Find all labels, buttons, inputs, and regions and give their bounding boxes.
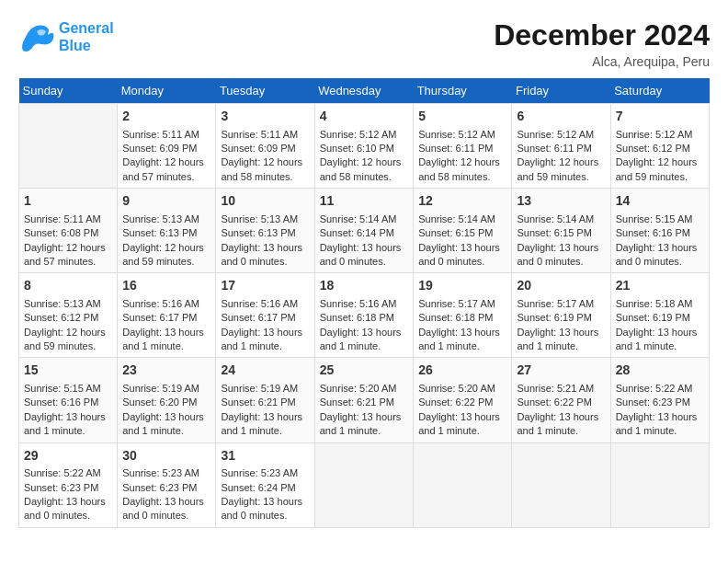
calendar-day-7: 7Sunrise: 5:12 AMSunset: 6:12 PMDaylight…: [610, 104, 709, 189]
day-number: 13: [517, 192, 605, 211]
day-info-line: Sunset: 6:12 PM: [616, 142, 704, 155]
logo-blue: Blue: [59, 37, 114, 54]
day-info-line: Sunset: 6:16 PM: [616, 226, 704, 240]
day-info-line: Sunrise: 5:14 AM: [517, 213, 605, 226]
calendar-day-19: 19Sunrise: 5:17 AMSunset: 6:18 PMDayligh…: [414, 273, 512, 358]
day-info-line: and 0 minutes.: [122, 509, 210, 523]
day-info-line: Daylight: 13 hours: [418, 326, 506, 339]
day-info-line: Sunrise: 5:19 AM: [221, 382, 309, 396]
day-info-line: and 0 minutes.: [221, 255, 309, 269]
calendar-table: SundayMondayTuesdayWednesdayThursdayFrid…: [18, 78, 710, 528]
day-number: 16: [122, 277, 210, 295]
day-info-line: and 58 minutes.: [221, 170, 309, 184]
day-info-line: and 1 minute.: [616, 424, 704, 438]
day-number: 12: [418, 192, 506, 211]
day-number: 27: [517, 362, 605, 380]
day-info-line: Daylight: 12 hours: [122, 155, 210, 169]
day-info-line: Sunset: 6:18 PM: [320, 311, 409, 325]
calendar-day-empty: [19, 104, 118, 189]
day-info-line: Sunrise: 5:14 AM: [418, 213, 506, 226]
calendar-day-14: 14Sunrise: 5:15 AMSunset: 6:16 PMDayligh…: [610, 189, 709, 273]
day-info-line: Sunrise: 5:14 AM: [320, 213, 409, 226]
logo: General Blue: [18, 18, 114, 55]
day-info-line: Sunrise: 5:12 AM: [320, 128, 409, 142]
day-number: 29: [24, 447, 112, 465]
day-info-line: and 0 minutes.: [221, 509, 309, 523]
day-info-line: Sunrise: 5:16 AM: [221, 297, 309, 311]
day-info-line: Sunrise: 5:12 AM: [418, 128, 506, 142]
day-info-line: Sunrise: 5:23 AM: [221, 466, 309, 480]
day-info-line: Sunset: 6:13 PM: [221, 226, 309, 240]
day-number: 1: [24, 192, 112, 211]
day-info-line: Daylight: 12 hours: [24, 326, 112, 339]
calendar-day-4: 4Sunrise: 5:12 AMSunset: 6:10 PMDaylight…: [314, 104, 414, 189]
day-info-line: and 0 minutes.: [24, 509, 112, 523]
calendar-day-12: 12Sunrise: 5:14 AMSunset: 6:15 PMDayligh…: [414, 189, 512, 273]
day-info-line: Sunrise: 5:21 AM: [517, 382, 605, 396]
day-info-line: and 1 minute.: [418, 339, 506, 353]
day-number: 23: [122, 362, 210, 380]
day-info-line: Sunrise: 5:11 AM: [24, 213, 112, 226]
calendar-day-17: 17Sunrise: 5:16 AMSunset: 6:17 PMDayligh…: [216, 273, 314, 358]
day-number: 11: [320, 192, 409, 211]
calendar-day-24: 24Sunrise: 5:19 AMSunset: 6:21 PMDayligh…: [216, 358, 314, 442]
day-info-line: and 1 minute.: [320, 339, 409, 353]
calendar-week-5: 29Sunrise: 5:22 AMSunset: 6:23 PMDayligh…: [19, 442, 710, 527]
header-thursday: Thursday: [414, 78, 512, 104]
day-info-line: Sunrise: 5:22 AM: [616, 382, 704, 396]
day-info-line: Daylight: 13 hours: [418, 241, 506, 255]
day-info-line: Daylight: 13 hours: [122, 495, 210, 509]
day-info-line: Sunset: 6:14 PM: [320, 226, 409, 240]
calendar-day-9: 9Sunrise: 5:13 AMSunset: 6:13 PMDaylight…: [118, 189, 216, 273]
day-number: 24: [221, 362, 309, 380]
calendar-day-3: 3Sunrise: 5:11 AMSunset: 6:09 PMDaylight…: [216, 104, 314, 189]
calendar-day-1: 1Sunrise: 5:11 AMSunset: 6:08 PMDaylight…: [19, 189, 118, 273]
calendar-day-11: 11Sunrise: 5:14 AMSunset: 6:14 PMDayligh…: [314, 189, 414, 273]
day-info-line: and 59 minutes.: [24, 339, 112, 353]
day-info-line: Sunset: 6:21 PM: [221, 396, 309, 409]
calendar-day-empty: [512, 442, 610, 527]
day-info-line: Sunrise: 5:22 AM: [24, 466, 112, 480]
day-info-line: Sunset: 6:23 PM: [616, 396, 704, 409]
title-section: December 2024 Alca, Arequipa, Peru: [494, 18, 710, 69]
day-info-line: Sunrise: 5:11 AM: [122, 128, 210, 142]
day-info-line: and 1 minute.: [24, 424, 112, 438]
day-info-line: Sunrise: 5:15 AM: [24, 382, 112, 396]
day-info-line: Sunset: 6:16 PM: [24, 396, 112, 409]
day-number: 14: [616, 192, 704, 211]
day-info-line: and 57 minutes.: [24, 255, 112, 269]
day-info-line: Sunrise: 5:19 AM: [122, 382, 210, 396]
day-info-line: Sunrise: 5:17 AM: [418, 297, 506, 311]
day-info-line: Sunset: 6:17 PM: [122, 311, 210, 325]
day-info-line: Daylight: 12 hours: [122, 241, 210, 255]
day-info-line: Sunset: 6:22 PM: [517, 396, 605, 409]
day-info-line: and 0 minutes.: [616, 255, 704, 269]
day-info-line: Sunrise: 5:17 AM: [517, 297, 605, 311]
day-info-line: Sunrise: 5:20 AM: [320, 382, 409, 396]
day-number: 15: [24, 362, 112, 380]
day-info-line: Daylight: 12 hours: [517, 155, 605, 169]
calendar-day-29: 29Sunrise: 5:22 AMSunset: 6:23 PMDayligh…: [19, 442, 118, 527]
day-info-line: Daylight: 13 hours: [122, 326, 210, 339]
day-info-line: Daylight: 13 hours: [221, 410, 309, 424]
day-number: 30: [122, 447, 210, 465]
calendar-week-4: 15Sunrise: 5:15 AMSunset: 6:16 PMDayligh…: [19, 358, 710, 442]
day-info-line: Daylight: 13 hours: [517, 410, 605, 424]
day-info-line: Sunrise: 5:12 AM: [517, 128, 605, 142]
day-info-line: Daylight: 13 hours: [320, 410, 409, 424]
day-info-line: Sunset: 6:11 PM: [517, 142, 605, 155]
calendar-day-13: 13Sunrise: 5:14 AMSunset: 6:15 PMDayligh…: [512, 189, 610, 273]
day-number: 5: [418, 108, 506, 126]
header-sunday: Sunday: [19, 78, 118, 104]
day-info-line: and 58 minutes.: [320, 170, 409, 184]
day-number: 31: [221, 447, 309, 465]
day-info-line: and 59 minutes.: [517, 170, 605, 184]
day-info-line: Sunset: 6:21 PM: [320, 396, 409, 409]
day-info-line: and 57 minutes.: [122, 170, 210, 184]
calendar-week-3: 8Sunrise: 5:13 AMSunset: 6:12 PMDaylight…: [19, 273, 710, 358]
day-info-line: and 1 minute.: [616, 339, 704, 353]
day-info-line: Daylight: 13 hours: [418, 410, 506, 424]
calendar-day-6: 6Sunrise: 5:12 AMSunset: 6:11 PMDaylight…: [512, 104, 610, 189]
day-number: 8: [24, 277, 112, 295]
day-info-line: Sunset: 6:24 PM: [221, 481, 309, 495]
